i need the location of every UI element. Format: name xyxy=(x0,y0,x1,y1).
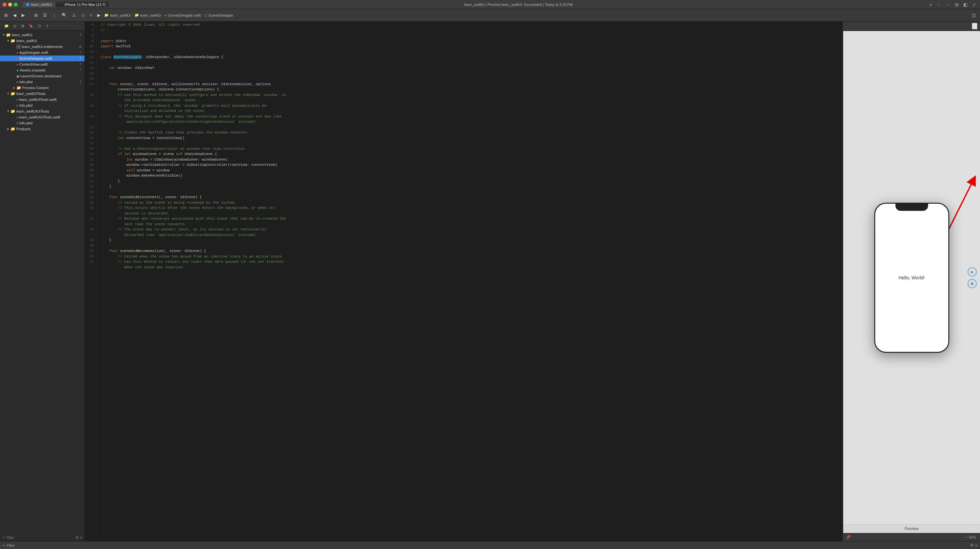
sidebar-item-scenedelegate[interactable]: ● SceneDelegate.swift ? xyxy=(0,56,84,61)
breadcrumb-class[interactable]: SceneDelegate xyxy=(208,13,233,17)
add-tab-button[interactable]: + xyxy=(928,1,933,8)
scheme-selector[interactable]: ⊞ xyxy=(3,12,10,19)
preview-zoom-out-button[interactable]: − xyxy=(965,535,967,540)
swift-icon-scene: ● xyxy=(16,57,18,60)
code-editor[interactable]: // Copyright © 2020 liuan. All rights re… xyxy=(97,22,843,541)
plist-icon-3: ≡ xyxy=(16,121,18,125)
breadcrumb-sep-2: › xyxy=(162,13,164,17)
maximize-button[interactable] xyxy=(14,3,18,6)
phone-hello-text: Hello, World! xyxy=(899,275,925,280)
sidebar-item-uitests-swift[interactable]: ● learn_swiftUIUITests.swift xyxy=(0,114,84,120)
sidebar-toolbar-btn-2[interactable]: ◎ xyxy=(12,23,18,29)
status-left: + Filter xyxy=(3,543,15,547)
status-bar: + Filter ⚙ ≡ xyxy=(0,541,980,549)
sidebar-content: ▼ 📁 learn_swiftUi ? ▼ 📁 learn_swiftUi ⚙ … xyxy=(0,31,84,534)
code-container[interactable]: 6 7 8 9 10 11 12 13 14 15 16 17 18 19 20 xyxy=(85,22,843,541)
sidebar-help-button[interactable]: ? xyxy=(45,23,49,29)
grid-view-button[interactable]: ⊞ xyxy=(33,12,40,19)
sidebar-item-tests-plist[interactable]: ≡ Info.plist xyxy=(0,102,84,108)
sidebar-item-appdelegate[interactable]: ● AppDelegate.swift ? xyxy=(0,49,84,56)
sidebar-item-uitests-group[interactable]: ▼ 📁 learn_swiftUITests xyxy=(0,91,84,97)
sidebar-item-entitlements[interactable]: ⚙ learn_swiftUi.entitlements A xyxy=(0,44,84,49)
filter-options-icon[interactable]: ≡ xyxy=(80,536,82,539)
bookmark-button[interactable]: ◇ xyxy=(80,12,86,19)
sidebar-item-preview-content[interactable]: ▶ 📁 Preview Content xyxy=(0,85,84,91)
status-settings-icon[interactable]: ⚙ xyxy=(970,543,974,547)
swift-icon-uitests: ● xyxy=(16,116,18,119)
sidebar: 📁 ◎ ⊞ 🔖 ⏱ ? ▼ 📁 learn_swiftUi ? ▼ 📁 lear… xyxy=(0,22,85,541)
title-bar: X learn_swiftUi 📱 iPhone 11 Pro Max (13.… xyxy=(0,0,980,9)
preview-pin-button[interactable]: 📌 xyxy=(846,535,851,539)
breadcrumb-sep-3: › xyxy=(202,13,204,17)
tab-iphone[interactable]: 📱 iPhone 11 Pro Max (13.7) xyxy=(56,2,109,7)
tab-xcode[interactable]: X learn_swiftUi xyxy=(23,2,55,7)
toolbar-separator-1 xyxy=(29,12,30,19)
minimize-button[interactable] xyxy=(8,3,12,6)
badge-entitlements: A xyxy=(79,45,83,49)
preview-stop-button[interactable]: ⏹ xyxy=(967,279,977,288)
sidebar-item-contentview[interactable]: ● ContentView.swift ? xyxy=(0,61,84,67)
sidebar-item-uitests-group-2[interactable]: ▼ 📁 learn_swiftUIUITests xyxy=(0,108,84,114)
sidebar-item-products[interactable]: ▶ 📁 Products xyxy=(0,126,84,132)
list-view-button[interactable]: ☰ xyxy=(41,12,49,19)
folder-icon-group: 📁 xyxy=(10,38,15,43)
split-editor-button[interactable]: ◫ xyxy=(970,12,977,19)
preview-header: ◫ xyxy=(843,22,980,31)
arrow-down-icon-3: ▼ xyxy=(6,92,10,95)
nav-next-button[interactable]: ▶ xyxy=(20,12,27,19)
arrow-right-icon-products: ▶ xyxy=(6,127,10,130)
breadcrumb-root[interactable]: learn_swiftUi xyxy=(110,13,130,17)
breadcrumb: 📁 learn_swiftUi › 📁 learn_swiftUi › ● Sc… xyxy=(104,13,233,17)
breadcrumb-file[interactable]: SceneDelegate.swift xyxy=(168,13,201,17)
title-bar-right: + ← → ⊞ ◧ ⤢ xyxy=(928,1,977,8)
split-view-button[interactable]: ⊞ xyxy=(953,1,960,8)
sidebar-item-learn-swiftui-root[interactable]: ▼ 📁 learn_swiftUi ? xyxy=(0,32,84,38)
run-button[interactable]: ▶ xyxy=(95,12,102,19)
sidebar-item-launchscreen[interactable]: ▣ LaunchScreen.storyboard xyxy=(0,73,84,79)
toolbar: ⊞ ◀ ▶ ⊞ ☰ ⋮ 🔍 ⚠ ◇ ⌗ ▶ 📁 learn_swiftUi › … xyxy=(0,9,980,22)
nav-prev-button[interactable]: ◀ xyxy=(11,12,18,19)
sidebar-label-scenedelegate: SceneDelegate.swift xyxy=(19,56,52,60)
sidebar-label-preview: Preview Content xyxy=(22,86,49,90)
sidebar-label-root: learn_swiftUi xyxy=(12,33,32,37)
sidebar-toolbar-btn-5[interactable]: ⏱ xyxy=(36,23,43,29)
sidebar-item-assets[interactable]: ◈ Assets.xcassets ? xyxy=(0,67,84,73)
nav-back-button[interactable]: ← xyxy=(935,1,942,8)
sidebar-item-uitests-plist[interactable]: ≡ Info.plist xyxy=(0,120,84,126)
arrow-down-icon: ▼ xyxy=(1,33,6,37)
traffic-lights[interactable] xyxy=(3,3,18,6)
breadcrumb-swift-icon: ● xyxy=(164,13,167,17)
hierarchy-button[interactable]: ⋮ xyxy=(51,12,58,19)
sidebar-label-assets: Assets.xcassets xyxy=(20,68,46,72)
editor-area: 6 7 8 9 10 11 12 13 14 15 16 17 18 19 20 xyxy=(85,22,843,541)
tab-iphone-label: iPhone 11 Pro Max (13.7) xyxy=(65,3,105,6)
badge-assets: ? xyxy=(80,68,83,72)
panel-button[interactable]: ◧ xyxy=(962,1,969,8)
breadcrumb-group[interactable]: learn_swiftUi xyxy=(140,13,161,17)
symbol-button[interactable]: ⌗ xyxy=(88,12,94,19)
sidebar-item-learn-swiftui-group[interactable]: ▼ 📁 learn_swiftUi xyxy=(0,38,84,44)
close-button[interactable] xyxy=(3,3,6,6)
fullscreen-button[interactable]: ⤢ xyxy=(971,1,977,8)
toolbar-right: ◫ xyxy=(970,12,977,19)
badge-root: ? xyxy=(80,33,83,37)
warning-button[interactable]: ⚠ xyxy=(70,12,78,19)
search-button[interactable]: 🔍 xyxy=(60,12,68,19)
status-lines-icon[interactable]: ≡ xyxy=(975,543,977,547)
nav-forward-button[interactable]: → xyxy=(944,1,951,8)
sidebar-item-tests-swift[interactable]: ● learn_swiftUITests.swift xyxy=(0,97,84,102)
status-plus-btn[interactable]: + xyxy=(3,543,5,547)
preview-play-button[interactable]: ▶ xyxy=(967,267,977,277)
sidebar-toolbar-btn-1[interactable]: 📁 xyxy=(3,23,10,29)
sidebar-label-uitests-plist: Info.plist xyxy=(19,121,33,125)
phone-frame: Hello, World! xyxy=(874,203,949,353)
sidebar-item-info-plist[interactable]: ≡ Info.plist ? xyxy=(0,79,84,85)
sidebar-toolbar-btn-4[interactable]: 🔖 xyxy=(27,23,35,29)
preview-panel: ◫ Hello, World! ▶ ⏹ xyxy=(843,22,980,541)
filter-icon[interactable]: ⚙ xyxy=(75,536,79,540)
sidebar-label-products: Products xyxy=(16,127,30,131)
sidebar-toolbar-btn-3[interactable]: ⊞ xyxy=(19,23,26,29)
plist-icon: ≡ xyxy=(16,80,18,84)
preview-split-button[interactable]: ◫ xyxy=(972,23,977,29)
plus-icon[interactable]: + xyxy=(3,535,5,540)
